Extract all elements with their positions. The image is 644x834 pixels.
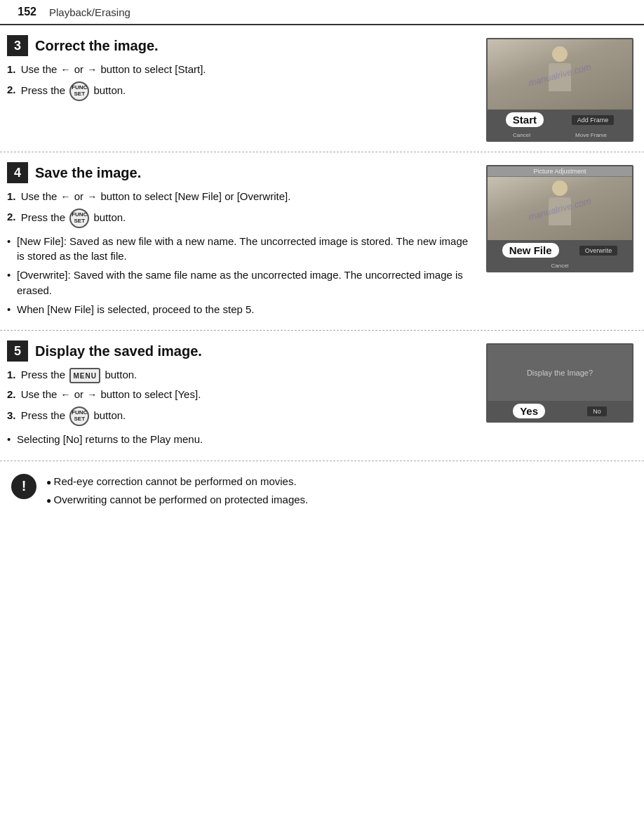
step-4-instr2-num: 2.: [7, 211, 16, 223]
camera-screen-4: Picture Adjustment manualrive.com New Fi…: [486, 165, 633, 272]
warning-icon: !: [11, 474, 36, 499]
camera-bottom-bar-3: Cancel Move Frame: [488, 130, 632, 140]
step-5-screen: Display the Image? Yes No: [483, 340, 637, 450]
camera-image-area-5: Display the Image?: [488, 345, 632, 401]
page-number: 152: [11, 6, 36, 18]
step-5-instr3-text-after: button.: [93, 409, 126, 421]
right-arrow-icon-3: →: [87, 62, 97, 77]
step-5-title: Display the saved image.: [35, 343, 202, 359]
camera-screen-3: manualrive.com Start Add Frame Cancel Mo…: [486, 38, 633, 142]
step-4-bullet-1: [New File]: Saved as new file with a new…: [7, 234, 474, 265]
menu-no: No: [587, 406, 607, 416]
page-title: Playback/Erasing: [49, 6, 130, 18]
step-3-screen: manualrive.com Start Add Frame Cancel Mo…: [483, 35, 637, 142]
person-body-3: [549, 63, 571, 91]
step-4-title: Save the image.: [35, 165, 141, 181]
menu-move-frame: Move Frame: [572, 131, 610, 139]
step-3-header: 3 Correct the image.: [7, 35, 474, 56]
menu-cancel-4: Cancel: [549, 262, 572, 270]
step-4-instr2-text-after: button.: [93, 211, 126, 223]
step-5-badge: 5: [7, 340, 28, 362]
step-5-instruction-1: 1. Press the MENU button.: [7, 367, 474, 383]
step-4-instr2-text-before: Press the: [21, 211, 65, 223]
display-image-text: Display the Image?: [521, 363, 598, 383]
step-4-instr1-text-before: Use the: [21, 190, 58, 202]
step-3-left: 3 Correct the image. 1. Use the ← or → b…: [7, 35, 483, 142]
page-header: 152 Playback/Erasing: [0, 0, 644, 25]
step-5-instruction-3: 3. Press the FUNCSET button.: [7, 406, 474, 426]
step-5-instr1-num: 1.: [7, 369, 16, 380]
step-5-bullets: Selecting [No] returns to the Play menu.: [7, 432, 474, 447]
func-set-button-5: FUNCSET: [69, 406, 89, 426]
step-3-instructions: 1. Use the ← or → button to select [Star…: [7, 62, 474, 101]
menu-yes: Yes: [513, 404, 545, 418]
person-silhouette-3: [542, 46, 577, 102]
camera-image-area-4: manualrive.com: [488, 177, 632, 240]
step-5-instr1-text-after: button.: [105, 369, 137, 380]
step-4-instructions: 1. Use the ← or → button to select [New …: [7, 189, 474, 228]
step-5-instructions: 1. Press the MENU button. 2. Use the ← o…: [7, 367, 474, 426]
step-3-instr1-or: or: [74, 63, 87, 75]
menu-add-frame: Add Frame: [572, 115, 615, 125]
step-3-instr2-text-after: button.: [93, 84, 126, 95]
person-head-4: [552, 180, 568, 196]
step-5-header: 5 Display the saved image.: [7, 340, 474, 362]
step-3-instr1-text-after: button to select [Start].: [100, 63, 206, 75]
step-4-badge: 4: [7, 162, 28, 183]
step-4-header: 4 Save the image.: [7, 162, 474, 183]
camera-person-4: [488, 177, 632, 240]
step-4-instruction-1: 1. Use the ← or → button to select [New …: [7, 189, 474, 205]
step-5-instr3-text-before: Press the: [21, 409, 65, 421]
camera-person-3: [488, 39, 632, 110]
step-3-instr1-text-before: Use the: [21, 63, 58, 75]
step-4-instr1-or: or: [74, 190, 87, 202]
step-5-instr2-text-after: button to select [Yes].: [100, 388, 201, 400]
step-4-bullet-3: When [New File] is selected, proceed to …: [7, 302, 474, 317]
step-5-instr1-text-before: Press the: [21, 369, 65, 380]
step-4-instr1-num: 1.: [7, 190, 16, 202]
right-arrow-icon-5: →: [87, 388, 97, 402]
step-4-bullet-2: [Overwrite]: Saved with the same file na…: [7, 267, 474, 298]
func-set-button-3: FUNCSET: [69, 81, 89, 101]
step-4-bullets: [New File]: Saved as new file with a new…: [7, 234, 474, 317]
step-4-instr1-text-after: button to select [New File] or [Overwrit…: [100, 190, 290, 202]
camera-top-bar-4: Picture Adjustment: [488, 166, 632, 177]
camera-image-area-3: manualrive.com: [488, 39, 632, 110]
person-silhouette-4: [542, 180, 577, 237]
step-3-title: Correct the image.: [35, 38, 159, 54]
person-body-4: [549, 197, 571, 225]
left-arrow-icon-4: ←: [61, 190, 71, 204]
camera-screen-5: Display the Image? Yes No: [486, 343, 633, 423]
step-3-instr2-text-before: Press the: [21, 84, 65, 95]
step-5-instr2-or: or: [74, 388, 87, 400]
step-5-section: 5 Display the saved image. 1. Press the …: [0, 331, 644, 461]
step-5-instr2-text-before: Use the: [21, 388, 58, 400]
step-4-screen: Picture Adjustment manualrive.com New Fi…: [483, 162, 637, 320]
person-head-3: [552, 46, 568, 62]
notes-content: Red-eye correction cannot be performed o…: [46, 474, 633, 511]
menu-cancel-3: Cancel: [510, 131, 533, 139]
step-4-left: 4 Save the image. 1. Use the ← or → butt…: [7, 162, 483, 320]
notes-section: ! Red-eye correction cannot be performed…: [0, 461, 644, 524]
note-2: Overwriting cannot be performed on prote…: [46, 492, 633, 508]
right-arrow-icon-4: →: [87, 190, 97, 204]
step-3-badge: 3: [7, 35, 28, 56]
note-1: Red-eye correction cannot be performed o…: [46, 474, 633, 490]
step-4-section: 4 Save the image. 1. Use the ← or → butt…: [0, 152, 644, 331]
left-arrow-icon-5: ←: [61, 388, 71, 402]
step-5-left: 5 Display the saved image. 1. Press the …: [7, 340, 483, 450]
step-3-instr2-num: 2.: [7, 84, 16, 95]
camera-menu-bar-5: Yes No: [488, 401, 632, 421]
left-arrow-icon-3: ←: [61, 62, 71, 77]
step-4-instruction-2: 2. Press the FUNCSET button.: [7, 208, 474, 228]
step-3-instruction-1: 1. Use the ← or → button to select [Star…: [7, 62, 474, 78]
menu-button-5: MENU: [69, 368, 100, 383]
menu-start: Start: [506, 112, 544, 127]
step-5-instruction-2: 2. Use the ← or → button to select [Yes]…: [7, 387, 474, 403]
menu-new-file: New File: [502, 243, 559, 258]
step-5-instr3-num: 3.: [7, 409, 16, 421]
step-5-instr2-num: 2.: [7, 388, 16, 400]
func-set-button-4: FUNCSET: [69, 208, 89, 228]
step-3-instr1-num: 1.: [7, 63, 16, 75]
camera-bottom-bar-4: Cancel: [488, 260, 632, 271]
